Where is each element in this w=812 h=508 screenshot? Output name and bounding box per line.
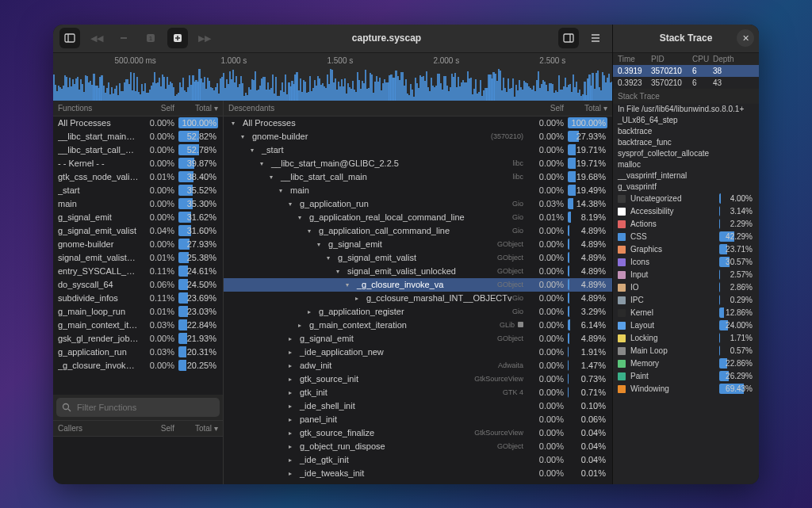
disclosure-icon[interactable]: ▸ xyxy=(355,295,363,302)
descendant-row[interactable]: ▾g_application_real_local_command_line G… xyxy=(224,211,612,224)
categories-list[interactable]: Uncategorized 4.00% Accessibility 3.14% … xyxy=(613,193,759,484)
minus-icon[interactable] xyxy=(113,28,134,48)
filter-input[interactable] xyxy=(56,398,220,417)
disclosure-icon[interactable]: ▾ xyxy=(279,187,287,194)
descendant-row[interactable]: ▾__libc_start_call_main libc 0.00% 19.68… xyxy=(224,170,612,184)
function-row[interactable]: do_syscall_64 0.06% 24.50% xyxy=(53,278,223,292)
function-row[interactable]: _g_closure_invoke_va 0.00% 20.25% xyxy=(53,359,223,372)
function-row[interactable]: signal_emit_valist_ur 0.01% 25.38% xyxy=(53,251,223,265)
descendant-row[interactable]: ▸g_object_run_dispose GObject 0.00% 0.04… xyxy=(224,440,612,453)
function-row[interactable]: gtk_css_node_validat 0.01% 38.40% xyxy=(53,170,223,184)
disclosure-icon[interactable]: ▾ xyxy=(298,214,306,221)
descendant-row[interactable]: ▾g_signal_emit GObject 0.00% 4.89% xyxy=(224,238,612,251)
descendant-row[interactable]: ▸gtk_init GTK 4 0.00% 0.71% xyxy=(224,386,612,399)
sidebar-toggle-icon[interactable] xyxy=(59,28,80,48)
function-row[interactable]: All Processes 0.00% 100.00% xyxy=(53,116,223,130)
function-row[interactable]: gnome-builder 0.00% 27.93% xyxy=(53,238,223,251)
category-row[interactable]: IPC 0.29% xyxy=(613,294,759,307)
trace-item[interactable]: __vasprintf_internal xyxy=(613,170,759,181)
function-row[interactable]: subdivide_infos 0.11% 23.69% xyxy=(53,292,223,305)
disclosure-icon[interactable]: ▾ xyxy=(336,268,344,275)
category-row[interactable]: Layout 24.00% xyxy=(613,319,759,332)
descendant-row[interactable]: ▾g_application_call_command_line Gio 0.0… xyxy=(224,224,612,238)
disclosure-icon[interactable]: ▸ xyxy=(289,456,297,464)
category-row[interactable]: Paint 26.29% xyxy=(613,370,759,383)
function-row[interactable]: g_main_context_itera 0.03% 22.84% xyxy=(53,319,223,332)
disclosure-icon[interactable]: ▸ xyxy=(289,362,297,369)
disclosure-icon[interactable]: ▾ xyxy=(308,227,316,235)
function-row[interactable]: main 0.00% 35.30% xyxy=(53,197,223,211)
function-row[interactable]: g_application_run 0.03% 20.31% xyxy=(53,346,223,359)
category-row[interactable]: Input 2.57% xyxy=(613,269,759,281)
descendant-row[interactable]: ▸_ide_gtk_init 0.00% 0.04% xyxy=(224,453,612,467)
descendant-row[interactable]: ▾_g_closure_invoke_va GObject 0.00% 4.89… xyxy=(224,278,612,292)
disclosure-icon[interactable]: ▾ xyxy=(346,281,354,288)
descendant-row[interactable]: ▸adw_init Adwaita 0.00% 1.47% xyxy=(224,359,612,372)
category-row[interactable]: Actions 2.29% xyxy=(613,218,759,231)
descendant-row[interactable]: ▸gtk_source_finalize GtkSourceView 0.00%… xyxy=(224,426,612,440)
disclosure-icon[interactable]: ▸ xyxy=(289,430,297,437)
category-row[interactable]: Main Loop 0.57% xyxy=(613,345,759,357)
disclosure-icon[interactable]: ▸ xyxy=(289,335,297,342)
disclosure-icon[interactable]: ▾ xyxy=(317,241,325,248)
descendant-row[interactable]: ▾gnome-builder (3570210) 0.00% 27.93% xyxy=(224,130,612,143)
stack-rows[interactable]: 0.39193570210 638 0.39233570210 643 xyxy=(613,65,759,89)
descendant-row[interactable]: ▸_ide_application_new 0.00% 1.91% xyxy=(224,346,612,359)
function-row[interactable]: g_signal_emit 0.00% 31.62% xyxy=(53,211,223,224)
descendant-row[interactable]: ▸_ide_shell_init 0.00% 0.10% xyxy=(224,399,612,413)
descendant-row[interactable]: ▾main 0.00% 19.49% xyxy=(224,184,612,197)
disclosure-icon[interactable]: ▾ xyxy=(232,120,239,127)
functions-list[interactable]: All Processes 0.00% 100.00% __libc_start… xyxy=(53,116,223,395)
descendant-row[interactable]: ▾_start 0.00% 19.71% xyxy=(224,143,612,157)
function-row[interactable]: __libc_start_call_mai 0.00% 52.78% xyxy=(53,143,223,157)
disclosure-icon[interactable]: ▾ xyxy=(289,201,297,208)
stack-row[interactable]: 0.39193570210 638 xyxy=(613,65,759,77)
disclosure-icon[interactable]: ▸ xyxy=(289,389,297,396)
disclosure-icon[interactable]: ▾ xyxy=(270,174,278,181)
trace-item[interactable]: malloc xyxy=(613,159,759,170)
descendant-row[interactable]: ▾__libc_start_main@GLIBC_2.2.5 libc 0.00… xyxy=(224,157,612,170)
disclosure-icon[interactable]: ▸ xyxy=(298,322,306,329)
trace-item[interactable]: backtrace_func xyxy=(613,137,759,148)
descendant-row[interactable]: ▸panel_init 0.00% 0.06% xyxy=(224,413,612,426)
right-panel-toggle-icon[interactable] xyxy=(558,28,579,48)
descendant-row[interactable]: ▾All Processes 0.00% 100.00% xyxy=(224,116,612,130)
nav-back-icon[interactable]: ◀◀ xyxy=(86,28,107,48)
function-row[interactable]: _start 0.00% 35.52% xyxy=(53,184,223,197)
category-row[interactable]: Kernel 12.86% xyxy=(613,307,759,319)
close-icon[interactable]: ✕ xyxy=(737,29,754,47)
category-row[interactable]: IO 2.86% xyxy=(613,281,759,294)
trace-list[interactable]: In File /usr/lib64/libunwind.so.8.0.1+_U… xyxy=(613,104,759,193)
category-row[interactable]: Graphics 23.71% xyxy=(613,243,759,256)
descendant-row[interactable]: ▸g_main_context_iteration GLib 0.00% 6.1… xyxy=(224,319,612,332)
disclosure-icon[interactable]: ▾ xyxy=(241,133,249,140)
category-row[interactable]: Memory 22.86% xyxy=(613,357,759,370)
function-row[interactable]: g_main_loop_run 0.01% 23.03% xyxy=(53,305,223,319)
category-row[interactable]: Locking 1.71% xyxy=(613,332,759,345)
disclosure-icon[interactable]: ▸ xyxy=(289,416,297,423)
disclosure-icon[interactable]: ▾ xyxy=(260,160,268,167)
trace-item[interactable]: g_vasprintf xyxy=(613,181,759,193)
one-icon[interactable]: 1 xyxy=(140,28,161,48)
category-row[interactable]: Windowing 69.43% xyxy=(613,383,759,395)
disclosure-icon[interactable]: ▸ xyxy=(308,308,316,315)
function-row[interactable]: - - Kernel - - 0.00% 39.87% xyxy=(53,157,223,170)
descendant-row[interactable]: ▸gtk_source_init GtkSourceView 0.00% 0.7… xyxy=(224,372,612,386)
trace-item[interactable]: In File /usr/lib64/libunwind.so.8.0.1+ xyxy=(613,104,759,115)
category-row[interactable]: Icons 30.57% xyxy=(613,256,759,269)
plus-icon[interactable] xyxy=(167,28,188,48)
category-row[interactable]: CSS 42.29% xyxy=(613,231,759,243)
function-row[interactable]: g_signal_emit_valist 0.04% 31.60% xyxy=(53,224,223,238)
function-row[interactable]: __libc_start_main@G 0.00% 52.82% xyxy=(53,130,223,143)
descendant-row[interactable]: ▸g_application_register Gio 0.00% 3.29% xyxy=(224,305,612,319)
function-row[interactable]: entry_SYSCALL_64_a 0.11% 24.61% xyxy=(53,265,223,278)
descendant-row[interactable]: ▾signal_emit_valist_unlocked GObject 0.0… xyxy=(224,265,612,278)
disclosure-icon[interactable]: ▸ xyxy=(289,349,297,356)
descendant-row[interactable]: ▸_ide_tweaks_init 0.00% 0.01% xyxy=(224,467,612,480)
function-row[interactable]: gsk_gl_render_job_vi 0.00% 21.93% xyxy=(53,332,223,346)
stack-row[interactable]: 0.39233570210 643 xyxy=(613,77,759,89)
category-row[interactable]: Accessibility 3.14% xyxy=(613,205,759,218)
descendant-row[interactable]: ▾g_signal_emit_valist GObject 0.00% 4.89… xyxy=(224,251,612,265)
trace-item[interactable]: _ULx86_64_step xyxy=(613,115,759,126)
nav-fwd-icon[interactable]: ▶▶ xyxy=(194,28,215,48)
